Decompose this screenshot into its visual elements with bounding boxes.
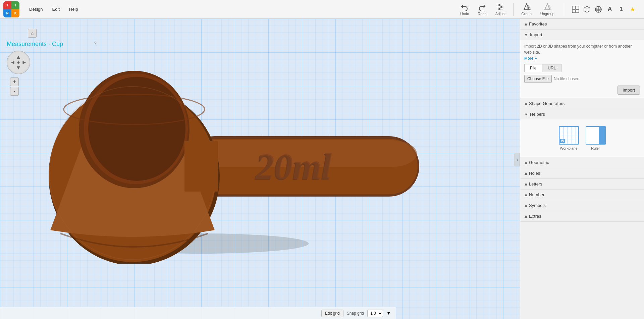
group-button[interactable]: Group: [519, 2, 534, 17]
menu-bar: Design Edit Help: [24, 5, 83, 14]
svg-rect-13: [576, 10, 579, 13]
section-import: ▼ Import Import 2D or 3D shapes from you…: [520, 30, 644, 98]
symbols-label: Symbols: [529, 203, 546, 208]
section-symbols-header[interactable]: ▶ Symbols: [520, 200, 644, 211]
file-url-tabs: File URL: [524, 64, 640, 72]
choose-file-button[interactable]: Choose File: [524, 75, 552, 83]
helper-ruler[interactable]: mm Ruler: [586, 126, 606, 150]
section-letters-header[interactable]: ▶ Letters: [520, 179, 644, 189]
shape-generators-arrow: ▶: [524, 102, 528, 105]
redo-button[interactable]: Redo: [475, 2, 489, 17]
svg-point-3: [499, 4, 500, 6]
zoom-controls: + -: [10, 77, 19, 96]
section-geometric: ▶ Geometric: [520, 157, 644, 168]
file-row: Choose File No file chosen: [524, 75, 640, 83]
section-number: ▶ Number: [520, 190, 644, 200]
toolbar-right: Undo Redo Adjust: [458, 2, 641, 17]
section-shape-generators: ▶ Shape Generators: [520, 98, 644, 109]
zoom-in-button[interactable]: +: [10, 77, 19, 86]
zoom-out-button[interactable]: -: [10, 87, 19, 96]
number-label: Number: [529, 192, 544, 197]
canvas-area[interactable]: Measurements - Cup ? ▲ ◄ ● ► ▼ ⌂ + -: [0, 19, 520, 319]
ruler-mm-label: mm: [599, 140, 604, 143]
svg-rect-35: [185, 143, 217, 190]
letters-arrow: ▶: [524, 183, 528, 185]
section-geometric-header[interactable]: ▶ Geometric: [520, 157, 644, 168]
shape-generators-label: Shape Generators: [529, 101, 565, 106]
ruler-label: Ruler: [591, 146, 600, 150]
nav-arrows: ▲ ◄ ● ► ▼: [10, 54, 27, 70]
toolbar-views: A 1 ★: [571, 5, 637, 14]
section-helpers-header[interactable]: ▼ Helpers: [520, 109, 644, 119]
letter-a-icon[interactable]: A: [605, 5, 614, 14]
section-number-header[interactable]: ▶ Number: [520, 190, 644, 200]
right-panel: ▶ Favorites ▼ Import Import 2D or 3D sha…: [520, 19, 644, 319]
collapse-panel-button[interactable]: ›: [515, 153, 520, 166]
group-label: Group: [521, 12, 532, 16]
letters-label: Letters: [529, 181, 542, 187]
extras-arrow: ▶: [524, 215, 528, 218]
number-1-icon[interactable]: 1: [616, 5, 626, 14]
tab-file[interactable]: File: [524, 64, 542, 72]
helpers-arrow: ▼: [524, 112, 528, 116]
workplane-w-label: W: [560, 139, 565, 143]
nav-control[interactable]: ▲ ◄ ● ► ▼: [7, 51, 30, 74]
ungroup-label: Ungroup: [540, 12, 554, 16]
helpers-label: Helpers: [530, 112, 545, 117]
geometric-arrow: ▶: [524, 161, 528, 164]
no-file-label: No file chosen: [554, 76, 579, 81]
section-favorites: ▶ Favorites: [520, 19, 644, 30]
snap-grid-label: Snap grid: [347, 311, 364, 316]
import-content: Import 2D or 3D shapes from your compute…: [520, 40, 644, 98]
extras-label: Extras: [529, 214, 541, 219]
section-extras-header[interactable]: ▶ Extras: [520, 211, 644, 221]
edit-grid-button[interactable]: Edit grid: [321, 310, 343, 317]
ungroup-button[interactable]: Ungroup: [538, 2, 557, 17]
cube-view-icon[interactable]: [582, 5, 592, 14]
undo-button[interactable]: Undo: [458, 2, 472, 17]
geometric-label: Geometric: [529, 160, 549, 165]
grid-view-icon[interactable]: [571, 5, 580, 14]
holes-arrow: ▶: [524, 172, 528, 175]
section-shape-generators-header[interactable]: ▶ Shape Generators: [520, 98, 644, 109]
undo-label: Undo: [460, 12, 469, 16]
wireframe-icon[interactable]: [594, 5, 603, 14]
svg-rect-11: [576, 6, 579, 9]
nav-circle[interactable]: ▲ ◄ ● ► ▼: [7, 51, 30, 74]
section-holes: ▶ Holes: [520, 168, 644, 179]
section-import-header[interactable]: ▼ Import: [520, 30, 644, 40]
section-helpers: ▼ Helpers W Workplane mm Ruler: [520, 109, 644, 157]
helpers-content: W Workplane mm Ruler: [520, 119, 644, 157]
favorites-arrow: ▶: [524, 23, 528, 25]
helper-workplane[interactable]: W Workplane: [559, 126, 579, 150]
menu-design[interactable]: Design: [24, 5, 47, 14]
import-more-link[interactable]: More »: [524, 56, 537, 61]
adjust-button[interactable]: Adjust: [493, 2, 508, 17]
tab-url[interactable]: URL: [542, 64, 561, 72]
logo[interactable]: T I N K: [3, 1, 19, 17]
svg-rect-12: [572, 10, 575, 13]
svg-point-4: [501, 6, 502, 8]
section-symbols: ▶ Symbols: [520, 200, 644, 211]
menu-help[interactable]: Help: [64, 5, 83, 14]
svg-point-5: [499, 8, 500, 10]
svg-rect-10: [572, 6, 575, 9]
import-button[interactable]: Import: [618, 86, 640, 95]
help-icon[interactable]: ?: [94, 41, 97, 46]
import-description: Import 2D or 3D shapes from your compute…: [524, 43, 640, 61]
adjust-label: Adjust: [495, 12, 506, 16]
redo-label: Redo: [478, 12, 486, 16]
workplane-icon: W: [559, 126, 579, 145]
3d-object-container: 20ml 20ml: [34, 46, 436, 264]
menu-edit[interactable]: Edit: [47, 5, 64, 14]
section-holes-header[interactable]: ▶ Holes: [520, 168, 644, 178]
import-arrow: ▼: [524, 33, 528, 37]
bottom-bar: Edit grid Snap grid 1.0 0.5 2.0 ▼: [0, 307, 396, 319]
nav-home-button[interactable]: ⌂: [28, 29, 37, 38]
import-label: Import: [530, 32, 542, 37]
star-icon[interactable]: ★: [628, 5, 637, 14]
section-favorites-header[interactable]: ▶ Favorites: [520, 19, 644, 29]
symbols-arrow: ▶: [524, 204, 528, 207]
cup-svg: 20ml 20ml: [34, 46, 436, 264]
snap-grid-select[interactable]: 1.0 0.5 2.0: [367, 310, 383, 317]
